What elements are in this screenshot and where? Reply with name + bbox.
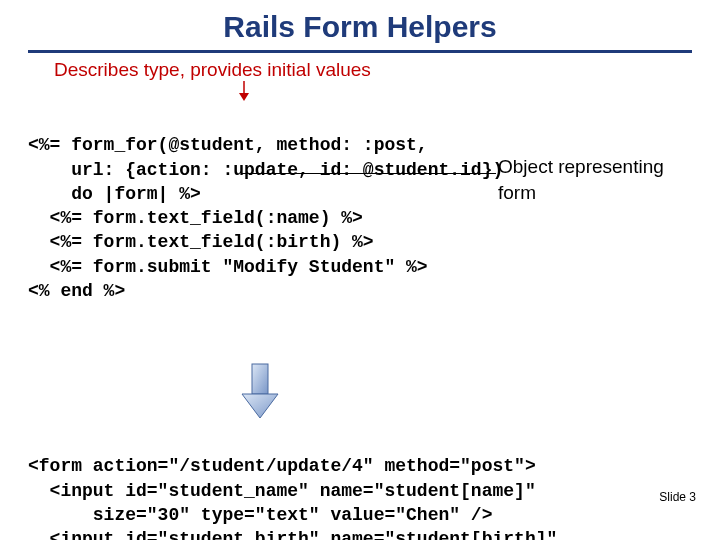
code-line: <form action="/student/update/4" method=… bbox=[28, 456, 536, 476]
annotation-connector-line bbox=[242, 173, 496, 174]
code-line: <input id="student_name" name="student[n… bbox=[28, 481, 536, 501]
code-line: <%= form.text_field(:birth) %> bbox=[28, 232, 374, 252]
code-line: do |form| %> bbox=[28, 184, 201, 204]
code-line: <% end %> bbox=[28, 281, 125, 301]
code-line: <%= form.submit "Modify Student" %> bbox=[28, 257, 428, 277]
small-arrow-icon bbox=[238, 81, 692, 105]
slide-number: Slide 3 bbox=[659, 490, 696, 504]
page-title: Rails Form Helpers bbox=[28, 10, 692, 53]
annotation-label: Object representing form bbox=[498, 154, 698, 205]
html-output-block: <form action="/student/update/4" method=… bbox=[28, 430, 692, 540]
erb-code-block: <%= form_for(@student, method: :post, ur… bbox=[28, 109, 692, 352]
subtitle-note: Describes type, provides initial values bbox=[54, 59, 692, 81]
large-arrow-icon bbox=[238, 362, 692, 420]
svg-marker-3 bbox=[242, 394, 278, 418]
svg-marker-1 bbox=[239, 93, 249, 101]
code-line: <%= form_for(@student, method: :post, bbox=[28, 135, 428, 155]
code-line: size="30" type="text" value="Chen" /> bbox=[28, 505, 492, 525]
code-line: url: {action: :update, id: @student.id}) bbox=[28, 160, 503, 180]
code-line: <%= form.text_field(:name) %> bbox=[28, 208, 363, 228]
code-line: <input id="student_birth" name="student[… bbox=[28, 529, 557, 540]
svg-rect-2 bbox=[252, 364, 268, 394]
